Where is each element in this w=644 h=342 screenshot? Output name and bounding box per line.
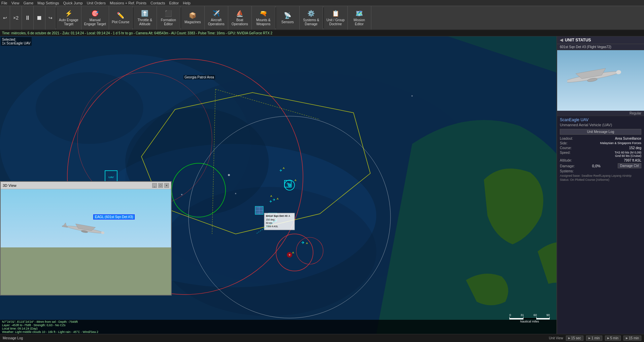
maximize-button[interactable]: □ [158,183,163,188]
boat-ops-label: BoatOperations [232,18,248,26]
unit-type: Unmanned Aerial Vehicle (UAV) [560,123,641,127]
panel-arrow[interactable]: ◀ [560,38,563,42]
close-button[interactable]: × [164,183,169,188]
scale-31: 31 [520,313,524,317]
weather-text: Weather: Light middle clouds 10 - 16k ft… [2,330,554,334]
bottom-bar: Message Log Unit View ▶ 15 sec ▶ 1 min ▶… [0,334,644,342]
magazines-icon: 📦 [189,12,196,19]
svg-point-5 [161,187,376,316]
menu-editor[interactable]: Editor [169,1,179,5]
throttle-altitude-button[interactable]: ⬆️ Throttle &Altitude [133,6,157,30]
menu-help[interactable]: Help [183,1,191,5]
message-log-label[interactable]: Message Log [3,336,23,340]
unit-name: ScanEagle UAV [560,117,641,122]
window-controls: _ □ × [152,183,169,188]
scale-60: 60 [534,313,537,317]
mounts-icon: 🔫 [260,10,267,17]
scale-labels: 0 31 60 90 [509,313,550,317]
altitude-value: 7997 ft ASL [624,159,641,162]
speed-1min[interactable]: ▶ 1 min [586,336,602,341]
throttle-icon: ⬆️ [141,10,148,17]
unit-details: ScanEagle UAV Unmanned Aerial Vehicle (U… [557,116,644,334]
manual-engage-button[interactable]: 🎯 ManualEngage Target [81,6,109,30]
coord-text: N7°24'31", E115°24'24" - 88nm from sel -… [2,320,554,323]
formation-editor-button[interactable]: ⬛ FormationEditor [157,6,180,30]
rewind-button[interactable]: ↩ [0,6,10,30]
menu-missions[interactable]: Missions + Ref. Points [110,1,146,5]
selected-unit: 1x ScanEagle UAV [2,41,30,45]
systems-damage-button[interactable]: ⚙️ Systems &Damage [300,6,323,30]
stop-button[interactable]: ⏹ [34,6,45,30]
menu-unit-orders[interactable]: Unit Orders [87,1,106,5]
mission-editor-icon: 🗺️ [355,10,363,17]
view3d-ground [1,247,171,295]
speed-5min[interactable]: ▶ 5 min [605,336,621,341]
auto-engage-label: Auto EngageTarget [59,18,78,26]
unit-flight-title: 601st Sqn Det #3 (Flight Vegas72) [557,44,644,50]
unit-status-title: UNIT STATUS [565,38,591,42]
message-log-button[interactable]: Unit Message Log [560,129,641,135]
manual-engage-label: ManualEngage Target [84,18,106,26]
minimize-button[interactable]: _ [152,183,157,188]
view3d-window: 3D View _ □ × [0,181,172,296]
view3d-title: 3D View [3,183,16,187]
manual-engage-icon: 🎯 [91,10,99,17]
scale-0: 0 [509,313,511,317]
toolbar: ↩ ×2 ⏸ ⏹ ↪ ⚡ Auto EngageTarget 🎯 ManualE… [0,6,644,30]
plot-course-button[interactable]: ✏️ Plot Course [109,6,133,30]
pause-button[interactable]: ⏸ [22,6,34,30]
aircraft-ops-button[interactable]: ✈️ AircraftOperations [205,6,228,30]
menu-file[interactable]: File [1,1,7,5]
view3d-content[interactable]: EAGL (601st Sqn Det #3) [1,189,171,295]
scale-90: 90 [546,313,550,317]
magazines-button[interactable]: 📦 Magazines [181,6,205,30]
loadout-value: Area Surveillance [615,137,641,140]
mission-editor-label: MissionEditor [353,18,365,26]
speed-15sec[interactable]: ▶ 15 sec [566,336,583,341]
boat-ops-button[interactable]: ⛵ BoatOperations [228,6,252,30]
plot-course-label: Plot Course [112,20,129,24]
altitude-row: Altitude: 7997 ft ASL [560,159,641,162]
systems-icon: ⚙️ [307,10,315,17]
status-bar: Time: miércoles, 6 de octubre de 2021 - … [0,30,644,36]
formation-icon: ⬛ [165,10,172,17]
bottombar-left: Message Log [3,336,23,340]
speed-value: TAS 60 kts (M 0,09)Gnd 60 kts (Cruise) [615,151,641,158]
mission-editor-button[interactable]: 🗺️ MissionEditor [348,6,371,30]
aircraft-label-3d: EAGL (601st Sqn Det #3) [93,214,135,219]
sensors-icon: 📡 [284,12,291,19]
formation-label: FormationEditor [161,18,176,26]
course-label: Course: [560,146,572,150]
menu-game[interactable]: Game [23,1,33,5]
view3d-titlebar: 3D View _ □ × [1,182,171,189]
damage-ctrl-button[interactable]: Damage Ctrl [618,163,641,168]
menu-view[interactable]: View [11,1,20,5]
scale-line [509,317,550,319]
speed-row: Speed: TAS 60 kts (M 0,09)Gnd 60 kts (Cr… [560,151,641,158]
speed-15min[interactable]: ▶ 15 min [623,336,641,341]
scale-bar: 0 31 60 90 Nautical miles [509,313,550,323]
speed-5min-label: 5 min [610,336,618,340]
unit-doctrine-button[interactable]: 📋 Unit / GroupDoctrine [324,6,348,30]
damage-label: Damage: [560,164,575,168]
mounts-weapons-button[interactable]: 🔫 Mounts &Weapons [252,6,275,30]
status-text: Time: miércoles, 6 de octubre de 2021 - … [2,31,272,35]
course-value: 152 deg [629,146,641,150]
play-icon-15sec: ▶ [568,337,570,340]
speed-15min-label: 15 min [629,336,639,340]
side-value: Malaysian & Singapore Forces [600,141,641,145]
menu-map-settings[interactable]: Map Settings [37,1,59,5]
x2-button[interactable]: ×2 [10,6,22,30]
map-area[interactable]: UAV UAV ✈ A ✈ [0,36,556,334]
speed-15sec-label: 15 sec [571,336,581,340]
boat-ops-icon: ⛵ [236,10,243,17]
bottombar-right: Unit View ▶ 15 sec ▶ 1 min ▶ 5 min ▶ 15 … [549,336,641,341]
sensors-button[interactable]: 📡 Sensors [276,6,300,30]
ff-button[interactable]: ↪ [45,6,56,30]
altitude-label: Altitude: [560,159,572,162]
unit-preview [557,50,644,111]
menu-quick-jump[interactable]: Quick Jump [63,1,83,5]
svg-point-6 [36,72,143,144]
auto-engage-button[interactable]: ⚡ Auto EngageTarget [56,6,81,30]
menu-contacts[interactable]: Contacts [150,1,165,5]
